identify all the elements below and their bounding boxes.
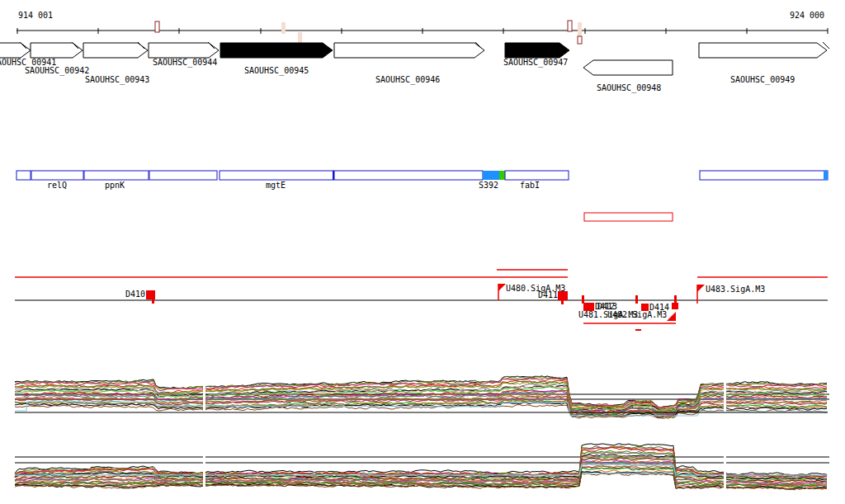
ruler-marker-darkred[interactable] xyxy=(568,21,572,31)
marker-u482-siga-m3-label: U482.SigA.M3 xyxy=(607,311,667,319)
marker-square[interactable] xyxy=(672,303,678,309)
blue-track-segment[interactable] xyxy=(499,171,505,180)
gene-arrow-saouhsc_00946[interactable] xyxy=(334,43,484,58)
gene-label-saouhsc_00945: SAOUHSC_00945 xyxy=(244,67,309,75)
gene-arrow-saouhsc_00945[interactable] xyxy=(220,43,333,58)
panel-gap xyxy=(203,375,205,411)
blue-track-label-ppnk: ppnK xyxy=(105,181,125,190)
blue-track-label-mgte: mgtE xyxy=(266,181,286,190)
blue-track-box[interactable] xyxy=(149,171,217,180)
blue-track-box[interactable] xyxy=(220,171,483,180)
ruler-start-label: 914 001 xyxy=(18,12,53,20)
blue-track-label-s392: S392 xyxy=(479,181,498,190)
ruler-marker-pink[interactable] xyxy=(281,22,286,34)
ruler-end-label: 924 000 xyxy=(790,12,824,20)
blue-track-label-fabi: fabI xyxy=(520,181,540,190)
ruler-marker-darkred[interactable] xyxy=(578,36,582,44)
marker-tick xyxy=(582,295,584,304)
blue-track-divider xyxy=(333,171,335,180)
red-dash xyxy=(635,329,641,331)
panel-gap xyxy=(724,375,726,414)
blue-track-segment[interactable] xyxy=(483,171,499,180)
gene-label-saouhsc_00948: SAOUHSC_00948 xyxy=(597,84,661,92)
marker-d410-tick xyxy=(152,299,154,304)
genome-browser: 914 001924 000SAOUHSC_00941SAOUHSC_00942… xyxy=(0,0,845,504)
marker-d411-tick xyxy=(561,300,564,304)
coverage-panel-1-trace xyxy=(15,403,827,418)
marker-tick xyxy=(635,295,638,304)
gene-label-saouhsc_00947: SAOUHSC_00947 xyxy=(503,59,568,67)
panel-gap xyxy=(203,442,205,495)
ruler-marker-darkred[interactable] xyxy=(155,21,159,32)
gene-label-saouhsc_00946: SAOUHSC_00946 xyxy=(375,76,440,84)
gene-label-saouhsc_00942: SAOUHSC_00942 xyxy=(25,67,89,75)
blue-track-box[interactable] xyxy=(31,171,83,180)
gene-arrow-saouhsc_00948[interactable] xyxy=(583,60,673,75)
gene-label-saouhsc_00944: SAOUHSC_00944 xyxy=(153,59,217,67)
marker-d410-label: D410 xyxy=(125,290,145,299)
gene-label-saouhsc_00949: SAOUHSC_00949 xyxy=(730,76,795,84)
marker-d411-label: D411 xyxy=(538,291,558,299)
ruler-marker-pink[interactable] xyxy=(578,22,582,37)
gene-arrow-saouhsc_00947[interactable] xyxy=(505,43,569,58)
gene-arrow-saouhsc_00944[interactable] xyxy=(149,43,219,58)
gene-arrow-saouhsc_00943[interactable] xyxy=(83,43,148,58)
marker-down-flag[interactable] xyxy=(667,312,676,321)
marker-u483-siga-m3-label: U483.SigA.M3 xyxy=(706,285,765,294)
blue-track-box[interactable] xyxy=(84,171,149,180)
gene-arrow-saouhsc_00941[interactable] xyxy=(0,43,31,58)
blue-track-box[interactable] xyxy=(17,171,31,180)
blue-track-end-fill xyxy=(824,171,828,180)
marker-u483-siga-m3-flag[interactable] xyxy=(697,285,705,292)
blue-track-box[interactable] xyxy=(700,171,828,180)
gene-label-saouhsc_00943: SAOUHSC_00943 xyxy=(85,76,149,84)
marker-d410-square[interactable] xyxy=(146,290,155,299)
blue-track-label-relq: relQ xyxy=(47,181,67,190)
panel-gap xyxy=(724,442,726,495)
blue-track-box[interactable] xyxy=(505,171,569,180)
red-region-box[interactable] xyxy=(584,213,673,221)
marker-u480-siga-m3-flag[interactable] xyxy=(498,284,506,291)
ruler-marker-pink[interactable] xyxy=(298,32,302,43)
gene-arrow-saouhsc_00949[interactable] xyxy=(699,43,827,58)
marker-tick xyxy=(674,295,677,304)
